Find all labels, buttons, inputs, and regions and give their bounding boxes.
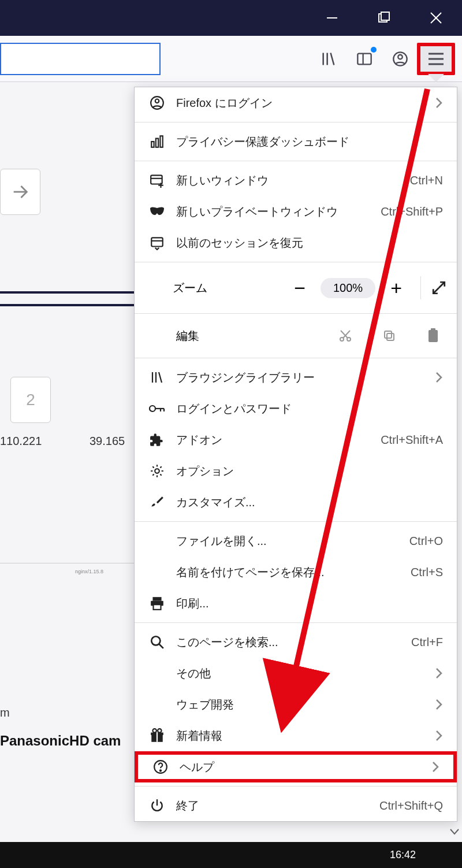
- help-icon: [152, 758, 169, 776]
- svg-point-56: [160, 770, 161, 771]
- menu-more[interactable]: その他: [135, 658, 457, 689]
- svg-line-7: [331, 53, 334, 65]
- brush-icon: [148, 494, 166, 511]
- key-icon: [148, 400, 166, 417]
- paste-button[interactable]: [423, 328, 443, 343]
- cut-button[interactable]: [336, 329, 355, 343]
- puzzle-icon: [148, 431, 166, 448]
- svg-rect-34: [385, 331, 392, 338]
- svg-rect-8: [357, 53, 371, 64]
- svg-line-39: [159, 372, 162, 383]
- menu-quit[interactable]: 終了 Ctrl+Shift+Q: [135, 790, 457, 821]
- svg-rect-47: [154, 604, 161, 610]
- menu-label: ウェブ開発: [176, 697, 430, 713]
- menu-label: ブラウジングライブラリー: [176, 370, 430, 385]
- account-icon: [148, 94, 166, 112]
- close-button[interactable]: [410, 0, 462, 36]
- sidebar-icon[interactable]: [355, 49, 374, 69]
- chevron-right-icon: [435, 371, 443, 384]
- menu-label: プライバシー保護ダッシュボード: [176, 134, 443, 150]
- menu-options[interactable]: オプション: [135, 455, 457, 487]
- chevron-right-icon: [435, 698, 443, 711]
- address-bar[interactable]: [0, 43, 161, 75]
- gear-icon: [148, 462, 166, 480]
- mask-icon: [148, 203, 166, 220]
- hamburger-menu-button[interactable]: [417, 43, 455, 75]
- application-menu: Firefox にログイン プライバシー保護ダッシュボード 新しいウィンドウ C…: [134, 87, 457, 822]
- bg-ip-text-1: 110.221: [0, 435, 42, 448]
- zoom-value[interactable]: 100%: [321, 278, 375, 298]
- taskbar: 16:42: [0, 842, 462, 868]
- menu-label: Firefox にログイン: [176, 95, 430, 111]
- svg-point-40: [150, 406, 155, 411]
- window-titlebar: [0, 0, 462, 36]
- background-content: 2 110.221 39.165 nginx/1.15.8 m Panasoni…: [0, 82, 134, 822]
- maximize-button[interactable]: [358, 0, 410, 36]
- svg-rect-21: [151, 175, 162, 184]
- menu-login[interactable]: Firefox にログイン: [135, 87, 457, 118]
- zoom-out-button[interactable]: −: [286, 277, 314, 299]
- library-icon: [148, 369, 166, 386]
- zoom-in-button[interactable]: +: [382, 277, 410, 299]
- svg-rect-20: [160, 136, 162, 147]
- svg-point-17: [155, 99, 159, 103]
- svg-rect-45: [152, 597, 161, 601]
- menu-privacy-dashboard[interactable]: プライバシー保護ダッシュボード: [135, 126, 457, 157]
- menu-shortcut: Ctrl+Shift+A: [381, 433, 443, 447]
- menu-label: 以前のセッションを復元: [176, 235, 443, 251]
- minimize-button[interactable]: [306, 0, 358, 36]
- menu-customize[interactable]: カスタマイズ...: [135, 487, 457, 518]
- svg-point-48: [151, 636, 160, 645]
- menu-logins[interactable]: ログインとパスワード: [135, 393, 457, 424]
- svg-rect-25: [151, 238, 163, 246]
- bg-server-text: nginx/1.15.8: [75, 569, 103, 574]
- menu-zoom-row: ズーム − 100% +: [135, 266, 457, 310]
- menu-label: 新しいプライベートウィンドウ: [176, 204, 381, 220]
- bg-nav-card: [0, 169, 40, 215]
- menu-shortcut: Ctrl+Shift+P: [381, 205, 443, 218]
- svg-rect-19: [156, 139, 158, 147]
- menu-print[interactable]: 印刷...: [135, 588, 457, 619]
- browser-toolbar: [0, 36, 462, 82]
- bg-card-2: 2: [10, 377, 51, 423]
- menu-label: 印刷...: [176, 596, 443, 611]
- menu-addons[interactable]: アドオン Ctrl+Shift+A: [135, 424, 457, 455]
- menu-new-window[interactable]: 新しいウィンドウ Ctrl+N: [135, 165, 457, 196]
- scroll-down-arrow[interactable]: [448, 825, 461, 838]
- library-icon[interactable]: [319, 49, 338, 69]
- chevron-right-icon: [435, 667, 443, 680]
- svg-rect-33: [387, 333, 394, 340]
- menu-label: オプション: [176, 463, 443, 479]
- menu-restore-session[interactable]: 以前のセッションを復元: [135, 227, 457, 258]
- svg-line-49: [159, 644, 163, 648]
- menu-label: ログインとパスワード: [176, 401, 443, 417]
- account-icon[interactable]: [390, 49, 410, 69]
- svg-point-53: [152, 729, 157, 733]
- power-icon: [148, 797, 166, 814]
- menu-new-private-window[interactable]: 新しいプライベートウィンドウ Ctrl+Shift+P: [135, 196, 457, 227]
- fullscreen-button[interactable]: [431, 280, 446, 295]
- chevron-right-icon: [431, 761, 439, 773]
- menu-label: その他: [176, 666, 430, 681]
- menu-label: カスタマイズ...: [176, 495, 443, 510]
- copy-button[interactable]: [379, 329, 399, 343]
- svg-rect-35: [429, 330, 438, 342]
- menu-whats-new[interactable]: 新着情報: [135, 720, 457, 751]
- menu-label: 名前を付けてページを保存...: [176, 565, 411, 580]
- svg-rect-2: [381, 12, 389, 20]
- menu-find[interactable]: このページを検索... Ctrl+F: [135, 626, 457, 658]
- menu-label: 終了: [176, 798, 379, 814]
- window-plus-icon: [148, 172, 166, 189]
- menu-open-file[interactable]: ファイルを開く... Ctrl+O: [135, 525, 457, 557]
- menu-web-developer[interactable]: ウェブ開発: [135, 689, 457, 720]
- menu-save-page[interactable]: 名前を付けてページを保存... Ctrl+S: [135, 557, 457, 588]
- menu-label: 新しいウィンドウ: [176, 173, 410, 188]
- menu-shortcut: Ctrl+S: [411, 566, 443, 579]
- menu-shortcut: Ctrl+F: [411, 636, 443, 649]
- menu-library[interactable]: ブラウジングライブラリー: [135, 362, 457, 393]
- chevron-right-icon: [435, 97, 443, 109]
- menu-label: 新着情報: [176, 728, 430, 744]
- menu-help[interactable]: ヘルプ: [135, 751, 457, 782]
- menu-shortcut: Ctrl+O: [409, 535, 443, 548]
- bg-camera-text: PanasonicHD cam: [0, 733, 121, 749]
